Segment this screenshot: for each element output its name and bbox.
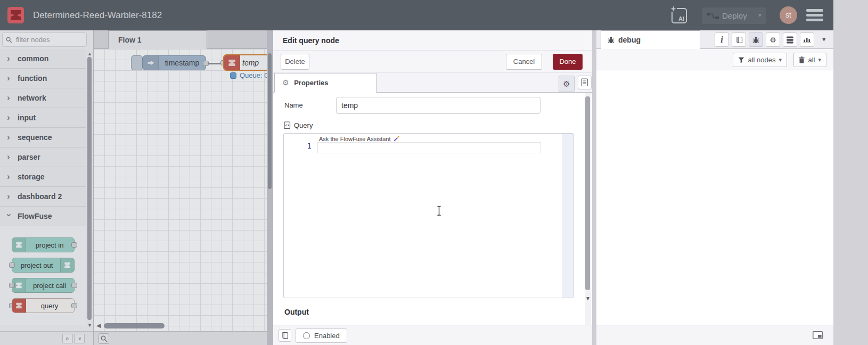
tab-debug[interactable]: debug bbox=[601, 30, 700, 49]
sidebar-tab-catalogue[interactable] bbox=[800, 32, 814, 47]
inject-arrow-icon bbox=[143, 56, 159, 70]
palette-category-common[interactable]: › common bbox=[0, 49, 86, 69]
edit-panel-footer: Enabled bbox=[273, 325, 592, 345]
sidebar-splitter[interactable] bbox=[592, 30, 596, 345]
deploy-label: Deploy bbox=[722, 11, 747, 20]
debug-filter-button[interactable]: all nodes ▾ bbox=[733, 53, 787, 67]
canvas-hscrollbar-thumb[interactable] bbox=[104, 323, 165, 328]
tab-description[interactable] bbox=[578, 76, 592, 89]
magic-wand-icon bbox=[393, 135, 400, 142]
output-port bbox=[71, 303, 77, 308]
deploy-button[interactable]: Deploy ▾ bbox=[702, 7, 766, 24]
deploy-caret-icon[interactable]: ▾ bbox=[758, 11, 761, 19]
flowfuse-node-icon bbox=[60, 258, 74, 272]
info-icon: i bbox=[720, 35, 723, 45]
palette-category-parser[interactable]: › parser bbox=[0, 147, 86, 167]
output-port bbox=[71, 283, 77, 288]
open-in-new-window-icon[interactable] bbox=[813, 331, 823, 339]
cancel-button[interactable]: Cancel bbox=[506, 54, 542, 70]
delete-button[interactable]: Delete bbox=[281, 54, 309, 70]
ai-assistant-button[interactable]: AI bbox=[672, 8, 687, 23]
sidebar-tab-context[interactable] bbox=[783, 32, 797, 47]
sidebar-tab-help[interactable] bbox=[732, 32, 746, 47]
palette-category-sequence[interactable]: › sequence bbox=[0, 128, 86, 147]
instance-title: Determined-Reed-Warbler-8182 bbox=[33, 10, 162, 21]
palette-node-query[interactable]: query bbox=[12, 298, 75, 313]
palette-category-storage[interactable]: › storage bbox=[0, 167, 86, 187]
node-enabled-toggle[interactable]: Enabled bbox=[296, 328, 347, 343]
expand-all-categories-button[interactable]: « bbox=[74, 334, 85, 343]
funnel-icon bbox=[738, 57, 744, 63]
bug-icon bbox=[608, 36, 615, 44]
bar-chart-icon bbox=[803, 36, 811, 43]
sparkle-icon bbox=[670, 6, 677, 12]
debug-filter-label: all nodes bbox=[748, 56, 775, 64]
workspace-tab-bar: Flow 1 bbox=[94, 30, 273, 49]
app-header: Determined-Reed-Warbler-8182 AI Deploy ▾… bbox=[0, 0, 833, 30]
sidebar-tab-debug-icon[interactable] bbox=[749, 32, 763, 47]
name-label: Name bbox=[284, 101, 303, 109]
palette-node-project-in[interactable]: project in bbox=[12, 237, 75, 252]
palette-node-label: query bbox=[26, 299, 73, 313]
flowfuse-node-icon bbox=[12, 299, 26, 313]
sidebar-tab-config-nodes[interactable]: ⚙ bbox=[766, 32, 780, 47]
flow-canvas[interactable]: timestamp temp Queue: 0 ◀ bbox=[94, 49, 273, 345]
name-input[interactable] bbox=[336, 97, 541, 114]
chevron-right-icon: › bbox=[7, 133, 12, 142]
output-section-label: Output bbox=[284, 308, 309, 316]
inject-node-button[interactable] bbox=[131, 55, 143, 70]
canvas-scroll-left-arrow[interactable]: ◀ bbox=[96, 322, 101, 329]
sidebar-tab-info[interactable]: i bbox=[715, 32, 729, 47]
debug-sidebar: debug i ⚙ bbox=[596, 30, 833, 345]
filter-nodes-input[interactable] bbox=[15, 35, 73, 44]
chevron-right-icon: › bbox=[7, 192, 12, 201]
palette-search[interactable] bbox=[2, 32, 87, 47]
edit-panel-title: Edit query node bbox=[273, 30, 592, 51]
main-menu-button[interactable] bbox=[806, 9, 823, 22]
canvas-vscrollbar-thumb[interactable] bbox=[268, 53, 272, 189]
query-node-selected[interactable]: temp bbox=[223, 54, 273, 71]
category-label: parser bbox=[18, 153, 40, 161]
inject-node[interactable]: timestamp bbox=[142, 55, 206, 70]
editor-scrollbar-track[interactable] bbox=[562, 134, 574, 298]
edit-panel-scroll-down-arrow[interactable]: ▼ bbox=[585, 295, 591, 301]
edit-panel-form: Name Query 1 Ask the FlowFuse Assistant bbox=[273, 93, 592, 325]
sidebar-tabs-dropdown-caret[interactable]: ▾ bbox=[822, 35, 826, 43]
palette-category-dashboard2[interactable]: › dashboard 2 bbox=[0, 187, 86, 207]
palette-scroll-up-arrow[interactable]: ▲ bbox=[87, 51, 92, 56]
flow-tab[interactable]: Flow 1 bbox=[108, 30, 207, 49]
edit-panel-scrollbar-thumb[interactable] bbox=[585, 96, 590, 290]
palette-category-network[interactable]: › network bbox=[0, 88, 86, 108]
enabled-state-icon bbox=[303, 332, 310, 339]
category-label: storage bbox=[18, 172, 45, 181]
deploy-flow-icon bbox=[707, 12, 719, 20]
tab-properties-icon[interactable]: ⚙ bbox=[559, 76, 575, 92]
palette-category-input[interactable]: › input bbox=[0, 108, 86, 128]
query-label-text: Query bbox=[294, 121, 313, 129]
query-code-editor[interactable]: 1 Ask the FlowFuse Assistant bbox=[283, 133, 574, 298]
tab-properties[interactable]: ⚙ Properties bbox=[274, 73, 376, 93]
debug-clear-button[interactable]: all ▾ bbox=[793, 53, 826, 67]
category-label: FlowFuse bbox=[18, 212, 52, 220]
palette-node-project-call[interactable]: project call bbox=[12, 278, 75, 293]
palette-node-project-out[interactable]: project out bbox=[12, 258, 75, 273]
inject-node-label: timestamp bbox=[159, 56, 206, 70]
user-avatar[interactable]: st bbox=[780, 6, 797, 24]
canvas-vscrollbar-track[interactable] bbox=[267, 30, 273, 345]
mouse-ibeam-cursor bbox=[436, 206, 443, 216]
palette-category-function[interactable]: › function bbox=[0, 69, 86, 88]
chevron-down-icon: ▾ bbox=[818, 56, 821, 63]
palette-scroll-down-arrow[interactable]: ▼ bbox=[87, 323, 92, 328]
editor-active-line[interactable] bbox=[317, 142, 541, 153]
search-flows-button[interactable] bbox=[99, 333, 109, 344]
palette-scrollbar-thumb[interactable] bbox=[87, 57, 92, 320]
assistant-placeholder[interactable]: Ask the FlowFuse Assistant bbox=[319, 135, 400, 142]
collapse-all-categories-button[interactable]: « bbox=[62, 334, 73, 343]
category-label: function bbox=[18, 74, 47, 83]
palette-category-flowfuse[interactable]: › FlowFuse bbox=[0, 207, 86, 226]
edit-panel-tabs: ⚙ Properties ⚙ bbox=[273, 73, 592, 93]
gear-icon: ⚙ bbox=[282, 78, 289, 87]
done-button[interactable]: Done bbox=[553, 54, 583, 70]
bug-icon bbox=[752, 36, 759, 44]
node-help-button[interactable] bbox=[279, 329, 291, 342]
